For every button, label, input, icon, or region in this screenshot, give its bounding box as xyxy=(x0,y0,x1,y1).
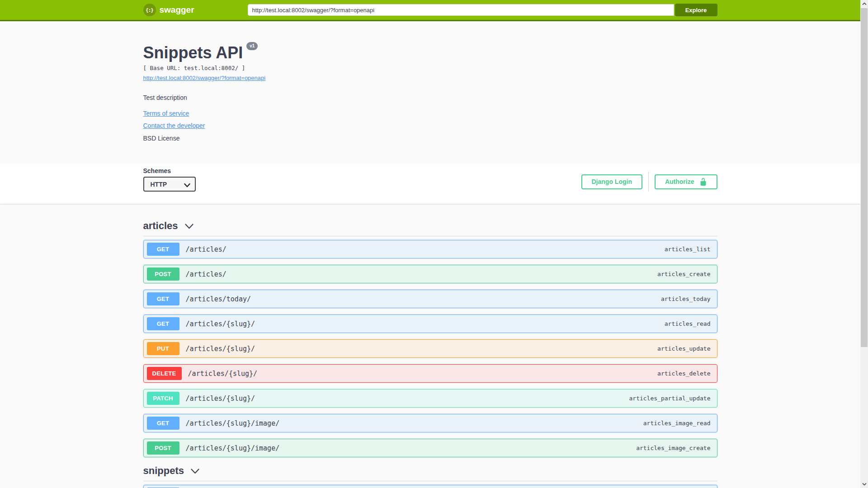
brand-name: swagger xyxy=(160,5,194,15)
operation-id: articles_image_read xyxy=(643,420,711,427)
swagger-page: {:} swagger Explore Snippets APIv1 [ Bas… xyxy=(0,0,860,488)
api-section: snippets GET /snippets/ snippets_list xyxy=(143,465,717,488)
api-description: Test description xyxy=(143,94,717,101)
auth-divider xyxy=(648,172,649,192)
operation-path: /articles/{slug}/image/ xyxy=(186,444,280,452)
method-badge: GET xyxy=(147,292,179,305)
section-tag-title: snippets xyxy=(143,465,184,477)
swagger-brand[interactable]: {:} swagger xyxy=(143,4,248,16)
license-text: BSD License xyxy=(143,135,717,142)
operation-path: /articles/{slug}/ xyxy=(186,345,255,353)
terms-of-service-link[interactable]: Terms of service xyxy=(143,110,189,117)
scrollbar-down-button[interactable] xyxy=(860,480,868,488)
info-section: Snippets APIv1 [ Base URL: test.local:80… xyxy=(0,21,860,164)
operation-row[interactable]: GET /articles/ articles_list xyxy=(143,240,717,258)
operation-id: articles_image_create xyxy=(636,445,710,451)
schemes-label: Schemes xyxy=(143,167,196,174)
operation-id: articles_delete xyxy=(657,370,710,377)
section-tag-header[interactable]: articles xyxy=(143,220,717,236)
scrollbar-thumb[interactable] xyxy=(861,8,868,347)
authorize-button[interactable]: Authorize xyxy=(655,174,717,189)
method-badge: PATCH xyxy=(147,392,179,405)
operations-area: articles GET /articles/ articles_list PO… xyxy=(143,220,717,488)
schemes-group: Schemes HTTP xyxy=(143,167,196,192)
unlock-icon xyxy=(699,178,707,186)
operation-row[interactable]: PATCH /articles/{slug}/ articles_partial… xyxy=(143,389,717,408)
method-badge: POST xyxy=(147,267,179,281)
django-login-label: Django Login xyxy=(592,178,632,185)
section-tag-title: articles xyxy=(143,220,178,232)
operation-row[interactable]: GET /articles/today/ articles_today xyxy=(143,290,717,308)
operation-row[interactable]: PUT /articles/{slug}/ articles_update xyxy=(143,339,717,358)
operation-id: articles_partial_update xyxy=(629,395,710,402)
operation-id: articles_update xyxy=(657,345,710,352)
scrollbar-up-button[interactable] xyxy=(860,0,868,8)
operation-row[interactable]: GET /snippets/ snippets_list xyxy=(143,485,717,488)
explore-form: Explore xyxy=(248,4,717,16)
chevron-down-icon xyxy=(185,223,193,231)
method-badge: GET xyxy=(147,317,179,330)
operation-row[interactable]: POST /articles/ articles_create xyxy=(143,265,717,283)
api-title-text: Snippets API xyxy=(143,43,243,62)
api-section: articles GET /articles/ articles_list PO… xyxy=(143,220,717,457)
operations-list: GET /articles/ articles_list POST /artic… xyxy=(143,240,717,457)
contact-developer-link[interactable]: Contact the developer xyxy=(143,122,205,129)
operation-path: /articles/ xyxy=(186,245,226,253)
operation-path: /articles/ xyxy=(186,270,226,278)
version-badge: v1 xyxy=(246,42,258,50)
spec-link[interactable]: http://test.local:8002/swagger/?format=o… xyxy=(143,75,266,81)
operation-path: /articles/today/ xyxy=(186,295,251,303)
django-login-button[interactable]: Django Login xyxy=(581,174,642,189)
operation-row[interactable]: GET /articles/{slug}/image/ articles_ima… xyxy=(143,414,717,432)
operation-path: /articles/{slug}/ xyxy=(188,370,258,378)
operation-row[interactable]: DELETE /articles/{slug}/ articles_delete xyxy=(143,364,717,383)
operation-row[interactable]: POST /articles/{slug}/image/ articles_im… xyxy=(143,439,717,457)
method-badge: PUT xyxy=(147,342,179,355)
method-badge: POST xyxy=(147,441,179,455)
section-tag-header[interactable]: snippets xyxy=(143,465,717,481)
operation-row[interactable]: GET /articles/{slug}/ articles_read xyxy=(143,314,717,333)
chevron-down-icon xyxy=(191,468,199,476)
operation-path: /articles/{slug}/image/ xyxy=(186,419,280,427)
topbar: {:} swagger Explore xyxy=(0,0,860,21)
scheme-container: Schemes HTTP Django Login Authorize xyxy=(0,164,860,204)
operations-list: GET /snippets/ snippets_list xyxy=(143,485,717,488)
operation-path: /articles/{slug}/ xyxy=(186,320,255,328)
schemes-selected-value: HTTP xyxy=(151,181,167,188)
schemes-select[interactable]: HTTP xyxy=(143,177,196,192)
base-url: [ Base URL: test.local:8002/ ] xyxy=(143,65,717,71)
scrollbar[interactable] xyxy=(860,0,868,488)
operation-id: articles_list xyxy=(665,246,711,253)
operation-id: articles_today xyxy=(661,296,711,302)
explore-button[interactable]: Explore xyxy=(675,4,717,16)
spec-url-input[interactable] xyxy=(248,4,674,16)
method-badge: GET xyxy=(147,243,179,256)
operation-id: articles_read xyxy=(665,320,711,327)
operation-id: articles_create xyxy=(657,271,710,277)
method-badge: DELETE xyxy=(147,367,182,380)
auth-wrapper: Django Login Authorize xyxy=(581,172,717,192)
authorize-label: Authorize xyxy=(665,178,694,185)
page-title: Snippets APIv1 xyxy=(143,44,717,62)
method-badge: GET xyxy=(147,417,179,430)
operation-path: /articles/{slug}/ xyxy=(186,394,255,403)
swagger-logo-icon: {:} xyxy=(143,4,156,16)
